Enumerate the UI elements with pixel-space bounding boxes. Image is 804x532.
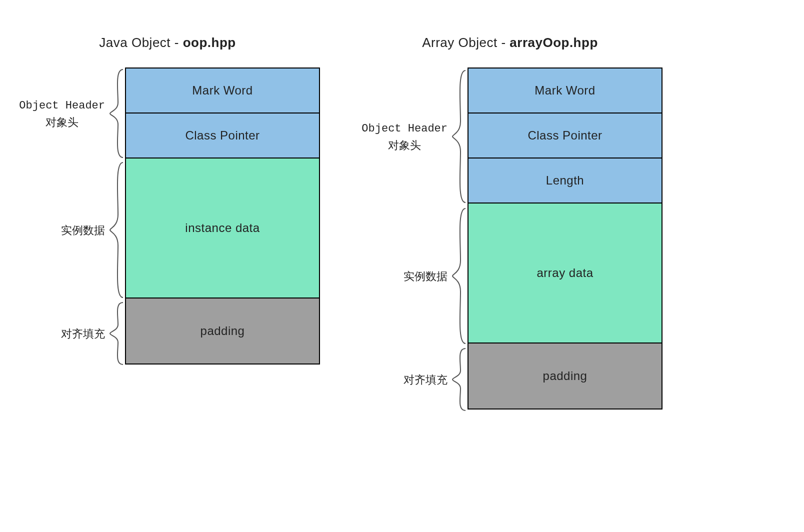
title-prefix: Array Object - [422,35,510,50]
title-file: arrayOop.hpp [510,35,598,50]
label-en: Object Header [19,100,105,112]
memory-layout-diagram: Java Object - oop.hpp Object Header 对象头 [0,35,804,412]
brace-icon [450,206,468,346]
java-object-stack: Mark Word Class Pointer instance data pa… [125,68,320,364]
array-object-labels: Object Header 对象头 实例数据 [358,68,468,412]
label-array-data-text: 实例数据 [404,268,448,284]
brace-icon [108,68,125,160]
label-object-header: Object Header 对象头 [19,68,125,160]
brace-icon [108,160,125,300]
cell-mark-word: Mark Word [468,68,662,114]
java-object-column: Java Object - oop.hpp Object Header 对象头 [0,35,335,366]
label-object-header-text: Object Header 对象头 [19,96,105,130]
cell-length: Length [468,158,662,204]
label-padding: 对齐填充 [404,346,468,412]
label-object-header: Object Header 对象头 [362,68,468,206]
java-object-stack-area: Object Header 对象头 实例数据 [15,68,320,366]
cell-padding: padding [126,298,319,364]
brace-icon [108,300,125,366]
title-file: oop.hpp [183,35,236,50]
cell-padding: padding [468,344,662,408]
brace-icon [450,346,468,412]
title-prefix: Java Object - [99,35,182,50]
cell-array-data: array data [468,204,662,344]
label-cn: 对象头 [46,116,78,128]
label-padding-text: 对齐填充 [404,372,448,388]
array-object-column: Array Object - arrayOop.hpp Object Heade… [335,35,685,412]
label-padding: 对齐填充 [61,300,125,366]
label-instance-data-text: 实例数据 [61,222,105,238]
cell-class-pointer: Class Pointer [126,114,319,158]
label-instance-data: 实例数据 [61,160,125,300]
label-object-header-text: Object Header 对象头 [362,120,448,154]
label-array-data: 实例数据 [404,206,468,346]
array-object-title: Array Object - arrayOop.hpp [422,35,598,50]
label-en: Object Header [362,122,448,135]
label-cn: 对象头 [388,139,421,152]
java-object-labels: Object Header 对象头 实例数据 [15,68,125,366]
cell-class-pointer: Class Pointer [468,114,662,158]
brace-icon [450,68,468,206]
java-object-title: Java Object - oop.hpp [99,35,236,50]
cell-instance-data: instance data [126,158,319,298]
array-object-stack: Mark Word Class Pointer Length array dat… [468,68,662,410]
cell-mark-word: Mark Word [126,68,319,114]
label-padding-text: 对齐填充 [61,326,105,342]
array-object-stack-area: Object Header 对象头 实例数据 [358,68,662,412]
